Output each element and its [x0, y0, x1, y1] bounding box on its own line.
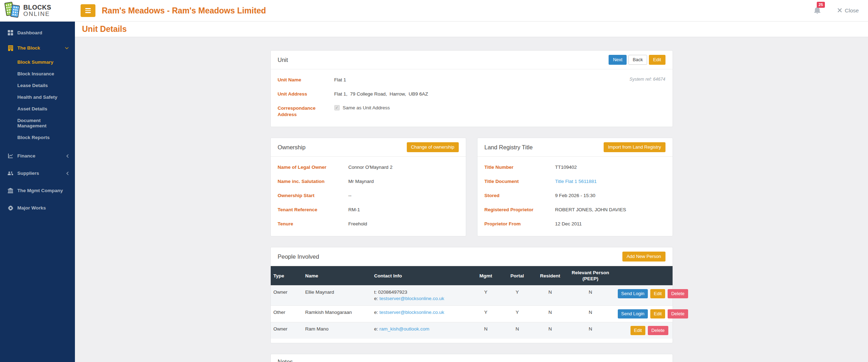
land-registry-panel: Land Registry Title Import from Land Reg…: [477, 138, 673, 236]
title-document-link[interactable]: Title Flat 1 5611881: [555, 178, 597, 185]
chart-line-icon: [7, 153, 13, 159]
sidebar: BLOCKS ONLINE Dashboard: [0, 0, 75, 362]
chevron-left-icon: [66, 172, 69, 175]
ownership-start-value: --: [348, 193, 352, 199]
person-type: Owner: [271, 286, 303, 306]
unit-panel-title: Unit: [278, 57, 288, 63]
person-resident-flag: N: [533, 306, 567, 322]
sidebar-item-lease-details[interactable]: Lease Details: [0, 80, 75, 91]
sidebar-item-label: The Mgmt Company: [17, 188, 63, 193]
import-from-land-registry-button[interactable]: Import from Land Registry: [604, 142, 665, 152]
close-button[interactable]: Close: [838, 7, 859, 14]
unit-name-row: Unit Name Flat 1 System ref: 64674: [278, 73, 665, 87]
tenure-label: Tenure: [278, 221, 348, 227]
delete-person-button[interactable]: Delete: [668, 289, 688, 298]
sidebar-item-label: Finance: [17, 153, 35, 159]
menu-toggle-button[interactable]: [81, 4, 95, 17]
email-link[interactable]: testserver@blocksonline.co.uk: [380, 310, 444, 315]
ownership-panel-title: Ownership: [278, 144, 306, 151]
sidebar-item-document-management[interactable]: Document Management: [0, 115, 75, 132]
person-peep-flag: N: [567, 322, 614, 339]
correspondance-address-label: Correspondance Address: [278, 105, 334, 118]
tenure-value: Freehold: [348, 221, 367, 227]
registered-proprietor-label: Registered Proprietor: [485, 207, 555, 213]
land-registry-panel-title: Land Registry Title: [485, 144, 533, 151]
col-actions: [614, 266, 673, 286]
edit-person-button[interactable]: Edit: [650, 309, 665, 318]
person-mgmt-flag: Y: [470, 286, 502, 306]
tenant-reference-value: RM-1: [348, 207, 360, 213]
person-peep-flag: N: [567, 286, 614, 306]
table-row: Other Ramkish Manogaraan e: testserver@b…: [271, 306, 673, 322]
sidebar-item-mgmt-company[interactable]: The Mgmt Company: [0, 183, 75, 198]
email-link[interactable]: ram_kish@outlook.com: [380, 326, 429, 332]
system-ref: System ref: 64674: [629, 77, 665, 82]
close-label: Close: [845, 7, 859, 14]
sidebar-item-asset-details[interactable]: Asset Details: [0, 103, 75, 115]
person-resident-flag: N: [533, 286, 567, 306]
content-area: Unit Next Back Edit Unit Name Flat 1 Sys…: [75, 37, 868, 362]
add-new-person-button[interactable]: Add New Person: [622, 252, 665, 262]
person-name: Ellie Maynard: [303, 286, 371, 306]
sidebar-item-the-block[interactable]: The Block: [0, 40, 75, 56]
edit-person-button[interactable]: Edit: [650, 289, 665, 298]
sidebar-item-block-insurance[interactable]: Block Insurance: [0, 68, 75, 80]
email-link[interactable]: testserver@blocksonline.co.uk: [380, 296, 444, 301]
unit-address-label: Unit Address: [278, 91, 334, 97]
col-name: Name: [303, 266, 371, 286]
col-resident: Resident: [533, 266, 567, 286]
proprietor-from-value: 12 Dec 2011: [555, 221, 582, 227]
person-type: Other: [271, 306, 303, 322]
stored-value: 9 Feb 2026 - 15:30: [555, 193, 596, 199]
salutation-value: Mr Maynard: [348, 178, 374, 185]
delete-person-button[interactable]: Delete: [668, 309, 688, 318]
sidebar-item-block-reports[interactable]: Block Reports: [0, 132, 75, 143]
send-login-button[interactable]: Send Login: [618, 309, 648, 318]
notes-panel-title: Notes: [278, 358, 293, 362]
person-contact: e: testserver@blocksonline.co.uk: [371, 306, 470, 322]
main-column: Ram's Meadows - Ram's Meadows Limited 25…: [75, 0, 868, 362]
phone-number: 02086497923: [378, 289, 407, 295]
people-involved-panel: People Involved Add New Person Type: [270, 247, 673, 343]
correspondance-address-row: Correspondance Address Same as Unit Addr…: [278, 101, 665, 122]
ownership-start-label: Ownership Start: [278, 193, 348, 199]
col-portal: Portal: [502, 266, 533, 286]
sidebar-item-finance[interactable]: Finance: [0, 148, 75, 163]
edit-unit-button[interactable]: Edit: [649, 55, 665, 65]
unit-name-value: Flat 1: [334, 77, 346, 83]
change-of-ownership-button[interactable]: Change of ownership: [407, 142, 459, 152]
col-mgmt: Mgmt: [470, 266, 502, 286]
people-panel-title: People Involved: [278, 253, 319, 260]
next-button[interactable]: Next: [609, 55, 627, 65]
delete-person-button[interactable]: Delete: [648, 326, 668, 335]
person-name: Ramkish Manogaraan: [303, 306, 371, 322]
sidebar-item-major-works[interactable]: Major Works: [0, 200, 75, 216]
edit-person-button[interactable]: Edit: [631, 326, 645, 335]
person-portal-flag: Y: [502, 306, 533, 322]
sidebar-nav: Dashboard The Block Block: [0, 22, 75, 216]
table-row: Owner Ram Mano e: ram_kish@outlook.com N…: [271, 322, 673, 339]
page-title-bar: Unit Details: [75, 22, 868, 37]
app-logo[interactable]: BLOCKS ONLINE: [0, 0, 75, 22]
person-resident-flag: N: [533, 322, 567, 339]
sidebar-item-dashboard[interactable]: Dashboard: [0, 25, 75, 40]
notification-count-badge: 25: [817, 2, 825, 8]
salutation-label: Name inc. Salutation: [278, 178, 348, 185]
title-document-label: Title Document: [485, 178, 555, 185]
notifications-button[interactable]: 25: [813, 6, 821, 16]
same-as-unit-address-checkbox[interactable]: [334, 105, 340, 110]
building-icon: [7, 45, 13, 51]
col-type: Type: [271, 266, 303, 286]
sidebar-item-suppliers[interactable]: Suppliers: [0, 166, 75, 181]
people-table: Type Name Contact Info Mgmt Portal Resid…: [271, 266, 673, 339]
send-login-button[interactable]: Send Login: [618, 289, 648, 298]
back-button[interactable]: Back: [628, 55, 647, 65]
sidebar-item-label: The Block: [17, 45, 40, 51]
person-portal-flag: N: [502, 322, 533, 339]
col-relevant-person-peep: Relevant Person (PEEP): [567, 266, 614, 286]
registered-proprietor-value: ROBERT JONES, JOHN DAVIES: [555, 207, 626, 213]
sidebar-item-block-summary[interactable]: Block Summary: [0, 56, 75, 68]
proprietor-from-label: Proprietor From: [485, 221, 555, 227]
sidebar-item-health-and-safety[interactable]: Health and Safety: [0, 91, 75, 103]
unit-panel: Unit Next Back Edit Unit Name Flat 1 Sys…: [270, 50, 673, 127]
